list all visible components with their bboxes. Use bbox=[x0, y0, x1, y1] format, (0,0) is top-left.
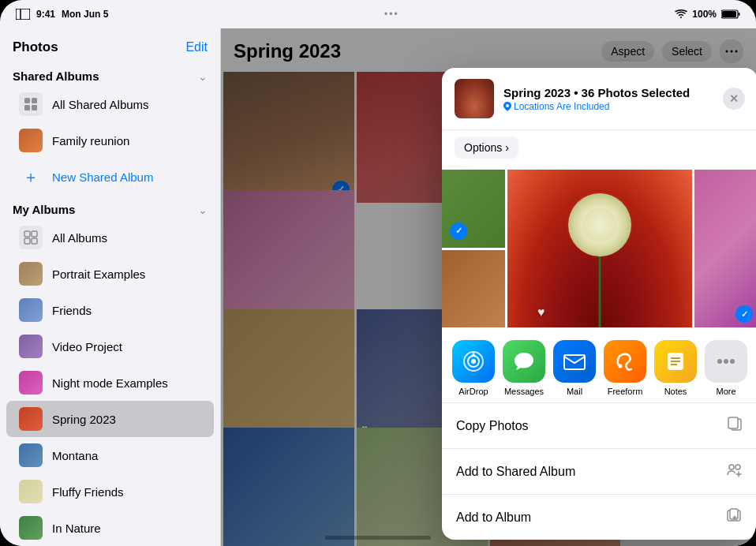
svg-point-26 bbox=[717, 359, 722, 364]
airdrop-label: AirDrop bbox=[458, 387, 488, 396]
main-photo-bg bbox=[507, 170, 692, 327]
shared-albums-chevron[interactable]: ⌄ bbox=[198, 70, 208, 83]
all-shared-label: All Shared Albums bbox=[52, 98, 149, 111]
svg-rect-30 bbox=[728, 417, 738, 428]
all-shared-icon bbox=[19, 92, 43, 116]
sidebar-item-in-nature[interactable]: In Nature bbox=[6, 510, 214, 546]
app-airdrop[interactable]: AirDrop bbox=[448, 340, 499, 396]
sidebar-toggle-icon[interactable] bbox=[16, 9, 30, 20]
more-dots-svg bbox=[717, 358, 735, 365]
notes-label: Notes bbox=[664, 387, 687, 396]
my-albums-chevron[interactable]: ⌄ bbox=[198, 204, 208, 216]
montana-thumb bbox=[19, 443, 43, 467]
app-messages[interactable]: Messages bbox=[499, 340, 549, 396]
sidebar-item-family-reunion[interactable]: Family reunion bbox=[6, 122, 214, 159]
status-bar-center: ••• bbox=[384, 9, 399, 20]
svg-point-32 bbox=[735, 465, 740, 469]
share-close-button[interactable]: ✕ bbox=[723, 88, 745, 110]
copy-photos-label: Copy Photos bbox=[456, 419, 529, 433]
airdrop-svg bbox=[462, 350, 485, 373]
portrait-thumb bbox=[19, 262, 43, 286]
svg-point-19 bbox=[471, 359, 476, 364]
sidebar-title: Photos bbox=[13, 39, 58, 55]
messages-label: Messages bbox=[504, 387, 544, 396]
status-date: Mon Jun 5 bbox=[62, 9, 108, 20]
sidebar-item-all-shared[interactable]: All Shared Albums bbox=[6, 86, 214, 122]
add-shared-album-action[interactable]: Add to Shared Album bbox=[442, 449, 756, 495]
side-check-1: ✓ bbox=[450, 223, 467, 240]
svg-point-28 bbox=[730, 359, 735, 364]
share-location-note: Locations Are Included bbox=[503, 101, 713, 112]
add-album-icon bbox=[726, 507, 743, 528]
sidebar-item-all-albums[interactable]: All Albums bbox=[6, 219, 214, 256]
add-shared-album-icon bbox=[726, 461, 743, 482]
share-preview-main[interactable]: ♥ bbox=[507, 170, 692, 327]
mail-svg bbox=[563, 352, 586, 371]
app-more[interactable]: More bbox=[701, 340, 751, 396]
right-photo-1[interactable]: ✓ bbox=[694, 170, 756, 327]
share-preview-side: ✓ bbox=[442, 170, 505, 327]
svg-rect-11 bbox=[24, 238, 30, 244]
sidebar-item-montana[interactable]: Montana bbox=[6, 437, 214, 473]
add-album-action[interactable]: Add to Album bbox=[442, 495, 756, 540]
svg-rect-10 bbox=[32, 231, 37, 237]
fluffy-friends-label: Fluffy Friends bbox=[52, 485, 124, 499]
options-button[interactable]: Options › bbox=[455, 136, 518, 159]
sidebar-edit-button[interactable]: Edit bbox=[185, 40, 208, 54]
share-actions: Copy Photos Add to Shared Album bbox=[442, 403, 756, 540]
sidebar-item-video-project[interactable]: Video Project bbox=[6, 328, 214, 365]
airdrop-icon bbox=[452, 340, 495, 383]
video-project-thumb bbox=[19, 335, 43, 358]
side-photo-2[interactable] bbox=[442, 250, 505, 328]
share-album-title: Spring 2023 • 36 Photos Selected bbox=[503, 86, 713, 99]
share-thumb-inner bbox=[455, 79, 494, 118]
new-shared-label: New Shared Album bbox=[52, 170, 153, 184]
content-area: Spring 2023 Aspect Select bbox=[221, 28, 756, 546]
share-sheet: Spring 2023 • 36 Photos Selected Locatio… bbox=[442, 68, 756, 540]
sidebar-item-portrait[interactable]: Portrait Examples bbox=[6, 256, 214, 292]
all-albums-icon bbox=[19, 226, 43, 249]
svg-point-16 bbox=[506, 104, 509, 107]
wifi-icon bbox=[675, 9, 687, 19]
add-shared-album-label: Add to Shared Album bbox=[456, 465, 575, 479]
svg-rect-7 bbox=[24, 105, 30, 110]
sidebar-item-fluffy-friends[interactable]: Fluffy Friends bbox=[6, 473, 214, 510]
share-preview-area: ✓ bbox=[442, 170, 756, 327]
status-bar-right: 100% bbox=[675, 9, 740, 20]
svg-point-31 bbox=[729, 465, 734, 469]
family-reunion-label: Family reunion bbox=[52, 134, 129, 148]
freeform-svg bbox=[614, 350, 636, 372]
sidebar-item-spring-2023[interactable]: Spring 2023 bbox=[6, 401, 214, 437]
all-albums-label: All Albums bbox=[52, 231, 107, 245]
app-freeform[interactable]: Freeform bbox=[600, 340, 650, 396]
main-layout: Photos Edit Shared Albums ⌄ All bbox=[0, 28, 756, 546]
more-label: More bbox=[716, 387, 735, 396]
svg-rect-3 bbox=[722, 11, 736, 17]
status-time: 9:41 bbox=[36, 9, 55, 20]
share-header: Spring 2023 • 36 Photos Selected Locatio… bbox=[442, 68, 756, 130]
side-photo-1[interactable]: ✓ bbox=[442, 170, 505, 248]
sidebar-item-friends[interactable]: Friends bbox=[6, 292, 214, 328]
more-icon bbox=[705, 340, 747, 383]
app-notes[interactable]: Notes bbox=[650, 340, 701, 396]
svg-rect-9 bbox=[24, 231, 30, 237]
add-album-label: Add to Album bbox=[456, 510, 531, 525]
share-apps-row: AirDrop Messages bbox=[442, 327, 756, 403]
portrait-label: Portrait Examples bbox=[52, 267, 145, 281]
in-nature-label: In Nature bbox=[52, 522, 101, 535]
app-mail[interactable]: Mail bbox=[549, 340, 600, 396]
friends-thumb bbox=[19, 298, 43, 322]
svg-rect-4 bbox=[739, 13, 740, 16]
share-title-area: Spring 2023 • 36 Photos Selected Locatio… bbox=[503, 86, 713, 112]
copy-icon-svg bbox=[726, 415, 743, 432]
copy-photos-action[interactable]: Copy Photos bbox=[442, 403, 756, 449]
svg-point-21 bbox=[619, 365, 623, 368]
svg-rect-8 bbox=[32, 105, 37, 110]
sidebar-item-new-shared[interactable]: ＋ New Shared Album bbox=[6, 159, 214, 195]
sidebar-item-night-mode[interactable]: Night mode Examples bbox=[6, 365, 214, 401]
location-icon bbox=[503, 102, 511, 111]
shared-albums-section-header: Shared Albums ⌄ bbox=[0, 62, 220, 86]
shared-album-icon-svg bbox=[726, 461, 743, 478]
notes-svg bbox=[665, 351, 686, 372]
preview-heart: ♥ bbox=[537, 305, 545, 320]
